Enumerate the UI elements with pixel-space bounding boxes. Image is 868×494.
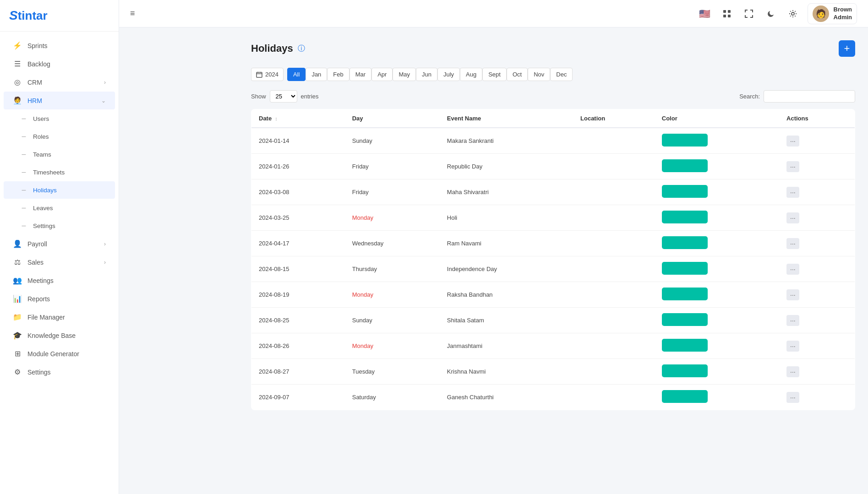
action-dots-button[interactable]: ··· xyxy=(786,315,799,326)
sidebar-item-crm[interactable]: ◎CRM› xyxy=(4,73,115,91)
sidebar-label-crm: CRM xyxy=(27,79,42,86)
sidebar-item-module-generator[interactable]: ⊞Module Generator xyxy=(4,345,115,363)
month-btn-aug[interactable]: Aug xyxy=(460,68,482,81)
col-header-color: Color xyxy=(655,109,779,128)
month-btn-nov[interactable]: Nov xyxy=(528,68,550,81)
month-btn-apr[interactable]: Apr xyxy=(371,68,393,81)
sidebar-item-sales[interactable]: ⚖Sales› xyxy=(4,253,115,271)
sidebar-label-reports: Reports xyxy=(27,295,50,303)
sidebar-item-backlog[interactable]: ☰Backlog xyxy=(4,55,115,73)
sidebar-item-reports[interactable]: 📊Reports xyxy=(4,290,115,308)
table-row: 2024-03-08FridayMaha Shivaratri··· xyxy=(251,179,855,205)
cell-actions: ··· xyxy=(779,205,855,231)
cell-event-name: Independence Day xyxy=(440,256,573,282)
col-header-day: Day xyxy=(345,109,440,128)
sidebar-item-settings-hrm[interactable]: –Settings xyxy=(4,217,115,234)
sidebar-item-leaves[interactable]: –Leaves xyxy=(4,199,115,217)
action-dots-button[interactable]: ··· xyxy=(786,136,799,147)
col-header-date[interactable]: Date ↕ xyxy=(251,109,345,128)
entries-select[interactable]: 102550100 xyxy=(270,90,297,103)
cell-day: Thursday xyxy=(345,256,440,282)
action-dots-button[interactable]: ··· xyxy=(786,289,799,300)
sidebar-label-users: Users xyxy=(33,115,49,122)
month-btn-mar[interactable]: Mar xyxy=(349,68,371,81)
month-btn-sept[interactable]: Sept xyxy=(482,68,507,81)
action-dots-button[interactable]: ··· xyxy=(786,187,799,198)
settings-header-icon[interactable] xyxy=(786,6,800,21)
teams-dash: – xyxy=(20,150,27,158)
month-btn-may[interactable]: May xyxy=(393,68,416,81)
month-btn-dec[interactable]: Dec xyxy=(550,68,573,81)
sidebar-item-settings[interactable]: ⚙Settings xyxy=(4,363,115,381)
knowledge-base-icon: 🎓 xyxy=(13,331,22,340)
timesheets-dash: – xyxy=(20,168,27,176)
fullscreen-icon[interactable] xyxy=(742,6,756,21)
month-btn-feb[interactable]: Feb xyxy=(327,68,349,81)
users-dash: – xyxy=(20,114,27,123)
sidebar-label-settings: Settings xyxy=(27,369,51,376)
action-dots-button[interactable]: ··· xyxy=(786,238,799,249)
cell-actions: ··· xyxy=(779,385,855,410)
action-dots-button[interactable]: ··· xyxy=(786,392,799,403)
sidebar-item-timesheets[interactable]: –Timesheets xyxy=(4,163,115,181)
main-content: Holidays ⓘ + 2024 AllJanFebMarAprMayJunJ… xyxy=(238,27,868,494)
cell-event-name: Janmashtami xyxy=(440,333,573,359)
cell-location xyxy=(573,385,655,410)
cell-color xyxy=(655,333,779,359)
show-entries-group: Show 102550100 entries xyxy=(251,90,319,103)
user-profile[interactable]: 🧑 Brown Admin xyxy=(808,3,857,24)
settings-hrm-dash: – xyxy=(20,222,27,230)
menu-toggle-icon[interactable]: ≡ xyxy=(130,9,135,18)
sidebar-item-knowledge-base[interactable]: 🎓Knowledge Base xyxy=(4,326,115,344)
svg-rect-3 xyxy=(728,15,731,17)
sidebar-item-meetings[interactable]: 👥Meetings xyxy=(4,271,115,289)
action-dots-button[interactable]: ··· xyxy=(786,366,799,377)
month-filter-group: AllJanFebMarAprMayJunJulyAugSeptOctNovDe… xyxy=(287,68,573,81)
reports-icon: 📊 xyxy=(13,294,22,303)
color-badge xyxy=(662,313,708,326)
cell-day: Wednesday xyxy=(345,231,440,256)
cell-day: Monday xyxy=(345,333,440,359)
sidebar: Stintar ⚡Sprints☰Backlog◎CRM›🧑‍💼HRM⌄–Use… xyxy=(0,0,119,494)
info-icon[interactable]: ⓘ xyxy=(298,44,305,54)
month-btn-jan[interactable]: Jan xyxy=(306,68,327,81)
action-dots-button[interactable]: ··· xyxy=(786,212,799,223)
action-dots-button[interactable]: ··· xyxy=(786,341,799,352)
month-btn-jun[interactable]: Jun xyxy=(416,68,437,81)
sidebar-item-hrm[interactable]: 🧑‍💼HRM⌄ xyxy=(4,92,115,109)
table-row: 2024-09-07SaturdayGanesh Chaturthi··· xyxy=(251,385,855,410)
month-btn-all[interactable]: All xyxy=(287,68,306,81)
dark-mode-icon[interactable] xyxy=(764,6,778,21)
month-btn-oct[interactable]: Oct xyxy=(507,68,528,81)
sidebar-item-holidays[interactable]: –Holidays xyxy=(4,181,115,199)
cell-date: 2024-01-14 xyxy=(251,128,345,154)
cell-date: 2024-08-15 xyxy=(251,256,345,282)
cell-actions: ··· xyxy=(779,231,855,256)
cell-event-name: Krishna Navmi xyxy=(440,359,573,385)
language-flag-icon[interactable]: 🇺🇸 xyxy=(698,6,712,21)
leaves-dash: – xyxy=(20,204,27,212)
apps-grid-icon[interactable] xyxy=(720,6,734,21)
crm-icon: ◎ xyxy=(13,78,22,87)
cell-color xyxy=(655,282,779,308)
search-input[interactable] xyxy=(764,90,855,103)
sidebar-item-roles[interactable]: –Roles xyxy=(4,128,115,145)
sidebar-label-sales: Sales xyxy=(27,259,44,266)
sidebar-item-sprints[interactable]: ⚡Sprints xyxy=(4,37,115,54)
sidebar-item-users[interactable]: –Users xyxy=(4,110,115,127)
table-row: 2024-08-27TuesdayKrishna Navmi··· xyxy=(251,359,855,385)
table-row: 2024-01-14SundayMakara Sankranti··· xyxy=(251,128,855,154)
sidebar-item-file-manager[interactable]: 📁File Manager xyxy=(4,308,115,326)
action-dots-button[interactable]: ··· xyxy=(786,161,799,172)
date-picker-button[interactable]: 2024 xyxy=(251,68,284,81)
action-dots-button[interactable]: ··· xyxy=(786,264,799,275)
hrm-arrow-icon: ⌄ xyxy=(101,98,106,104)
sidebar-item-teams[interactable]: –Teams xyxy=(4,146,115,163)
cell-day: Monday xyxy=(345,282,440,308)
color-badge xyxy=(662,159,708,172)
month-btn-july[interactable]: July xyxy=(437,68,460,81)
sidebar-item-payroll[interactable]: 👤Payroll› xyxy=(4,235,115,253)
add-holiday-button[interactable]: + xyxy=(839,40,855,57)
filter-bar: 2024 AllJanFebMarAprMayJunJulyAugSeptOct… xyxy=(251,68,855,81)
page-title-group: Holidays ⓘ xyxy=(251,43,305,54)
